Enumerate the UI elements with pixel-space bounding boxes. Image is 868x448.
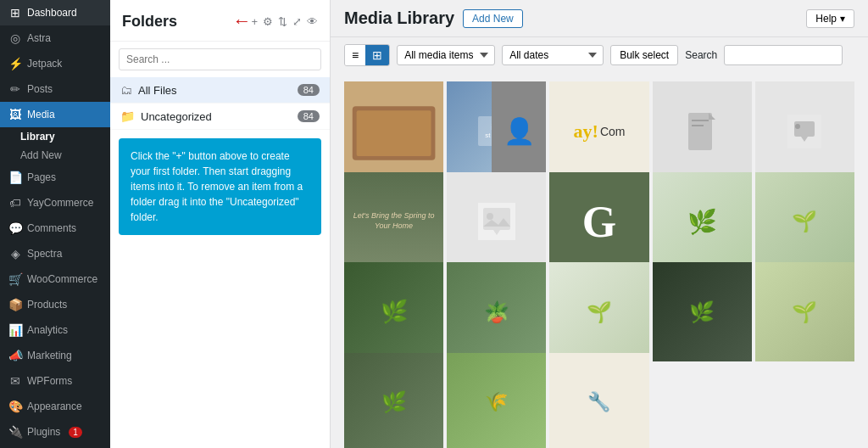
media-item[interactable]: Let's Bring the Spring toYour Home: [344, 172, 443, 272]
media-item[interactable]: [653, 81, 752, 181]
media-grid: ide st style. 👤 ay! Com: [331, 73, 868, 448]
media-item[interactable]: 🌾: [447, 353, 546, 449]
settings-icon[interactable]: ⚙: [263, 15, 273, 28]
sidebar-item-analytics[interactable]: 📊 Analytics: [0, 317, 110, 343]
library-label: Library: [20, 131, 55, 143]
sidebar-item-comments[interactable]: 💬 Comments: [0, 216, 110, 241]
main-content: Media Library Add New Help ▾ ≡ ⊞ All med…: [331, 0, 868, 448]
media-item[interactable]: 🌿: [344, 262, 443, 361]
date-filter[interactable]: All dates January 2024 December 2023: [502, 45, 604, 65]
posts-icon: ✏: [8, 82, 22, 96]
sidebar-item-label: Jetpack: [27, 58, 62, 70]
spectra-icon: ◈: [8, 247, 22, 260]
folder-all-icon: 🗂: [120, 83, 132, 97]
dashboard-icon: ⊞: [8, 6, 22, 20]
sidebar-item-jetpack[interactable]: ⚡ Jetpack: [0, 51, 110, 76]
sidebar-item-label: Media: [27, 109, 55, 120]
sidebar-item-label: Dashboard: [27, 7, 77, 19]
chevron-down-icon: ▾: [840, 13, 845, 25]
media-item[interactable]: 🌿: [653, 262, 752, 361]
media-item[interactable]: 🌱: [549, 262, 648, 361]
sidebar-item-spectra[interactable]: ◈ Spectra: [0, 241, 110, 266]
wpforms-icon: ✉: [8, 374, 22, 388]
help-label: Help: [815, 13, 837, 25]
comments-icon: 💬: [8, 221, 22, 235]
add-new-button[interactable]: Add New: [463, 9, 523, 28]
folders-search-container: [110, 42, 330, 77]
bulk-select-button[interactable]: Bulk select: [610, 45, 678, 65]
media-search-input[interactable]: [724, 45, 843, 65]
sidebar-item-add-new[interactable]: Add New: [0, 146, 110, 165]
astra-icon: ◎: [8, 31, 22, 45]
sidebar-item-woocommerce[interactable]: 🛒 WooCommerce: [0, 266, 110, 292]
plugins-icon: 🔌: [8, 425, 22, 439]
folders-arrow: ←: [232, 10, 251, 32]
sidebar-item-label: YayCommerce: [27, 197, 93, 209]
media-item[interactable]: 🔧: [549, 353, 648, 449]
svg-rect-2: [357, 110, 431, 156]
sidebar-item-label: WPForms: [27, 375, 72, 387]
help-button[interactable]: Help ▾: [806, 9, 854, 28]
sidebar-item-label: Analytics: [27, 324, 68, 336]
sidebar: ⊞ Dashboard ◎ Astra ⚡ Jetpack ✏ Posts 🖼 …: [0, 0, 110, 448]
products-icon: 📦: [8, 298, 22, 311]
sidebar-item-astra[interactable]: ◎ Astra: [0, 25, 110, 51]
sidebar-item-label: Marketing: [27, 350, 72, 361]
sidebar-item-posts[interactable]: ✏ Posts: [0, 76, 110, 102]
search-label: Search: [685, 49, 717, 61]
folder-uncategorized-count: 84: [298, 110, 320, 122]
folder-all-label: All Files: [138, 84, 298, 97]
woocommerce-icon: 🛒: [8, 272, 22, 286]
folders-panel: Folders ← + ⚙ ⇅ ⤢ 👁 🗂 All Files 84 📁 Unc…: [110, 0, 331, 448]
view-toggle: ≡ ⊞: [344, 44, 390, 66]
media-item[interactable]: 🌱: [755, 172, 854, 272]
media-item[interactable]: ide st style. 👤: [447, 81, 546, 181]
sidebar-item-wpforms[interactable]: ✉ WPForms: [0, 368, 110, 394]
sidebar-item-media[interactable]: 🖼 Media: [0, 102, 110, 127]
tooltip-box: Click the "+" button above to create you…: [119, 138, 321, 235]
expand-icon[interactable]: ⤢: [292, 15, 302, 28]
media-item[interactable]: [447, 172, 546, 272]
media-item[interactable]: 🌱: [755, 262, 854, 361]
sidebar-item-plugins[interactable]: 🔌 Plugins 1: [0, 419, 110, 445]
media-item[interactable]: [344, 81, 443, 181]
media-item[interactable]: [755, 81, 854, 181]
folder-item-all-files[interactable]: 🗂 All Files 84: [110, 77, 330, 104]
folder-all-count: 84: [298, 84, 320, 96]
svg-rect-8: [794, 121, 815, 137]
media-item[interactable]: 🪴: [447, 262, 546, 361]
sidebar-item-label: Comments: [27, 222, 76, 234]
media-item[interactable]: ay! Com: [549, 81, 648, 181]
sidebar-item-marketing[interactable]: 📣 Marketing: [0, 343, 110, 368]
sort-icon[interactable]: ⇅: [278, 15, 287, 28]
list-view-button[interactable]: ≡: [345, 45, 365, 65]
yaycommerce-icon: 🏷: [8, 196, 22, 210]
analytics-icon: 📊: [8, 323, 22, 337]
sidebar-item-dashboard[interactable]: ⊞ Dashboard: [0, 0, 110, 25]
sidebar-item-products[interactable]: 📦 Products: [0, 292, 110, 317]
sidebar-item-pages[interactable]: 📄 Pages: [0, 165, 110, 190]
sidebar-item-label: Posts: [27, 83, 53, 95]
svg-point-10: [795, 124, 800, 129]
add-folder-icon[interactable]: +: [251, 15, 258, 28]
grid-view-button[interactable]: ⊞: [365, 45, 389, 65]
sidebar-item-yaycommerce[interactable]: 🏷 YayCommerce: [0, 190, 110, 216]
jetpack-icon: ⚡: [8, 57, 22, 70]
sidebar-item-label: Pages: [27, 171, 56, 183]
svg-point-14: [487, 213, 493, 220]
sidebar-item-appearance[interactable]: 🎨 Appearance: [0, 394, 110, 419]
folder-item-uncategorized[interactable]: 📁 Uncategorized 84: [110, 104, 330, 130]
eye-icon[interactable]: 👁: [307, 15, 318, 28]
appearance-icon: 🎨: [8, 400, 22, 413]
media-item[interactable]: G: [549, 172, 648, 272]
folder-uncategorized-label: Uncategorized: [141, 110, 298, 123]
sidebar-item-library[interactable]: Library: [0, 127, 110, 146]
media-item[interactable]: 🌿: [344, 353, 443, 449]
svg-rect-4: [692, 120, 709, 121]
media-toolbar: ≡ ⊞ All media items Images Audio Video D…: [331, 37, 868, 73]
media-type-filter[interactable]: All media items Images Audio Video Docum…: [397, 45, 495, 65]
folders-search-input[interactable]: [119, 48, 321, 70]
sidebar-item-label: Appearance: [27, 400, 82, 412]
pages-icon: 📄: [8, 171, 22, 184]
media-item[interactable]: 🌿: [653, 172, 752, 272]
